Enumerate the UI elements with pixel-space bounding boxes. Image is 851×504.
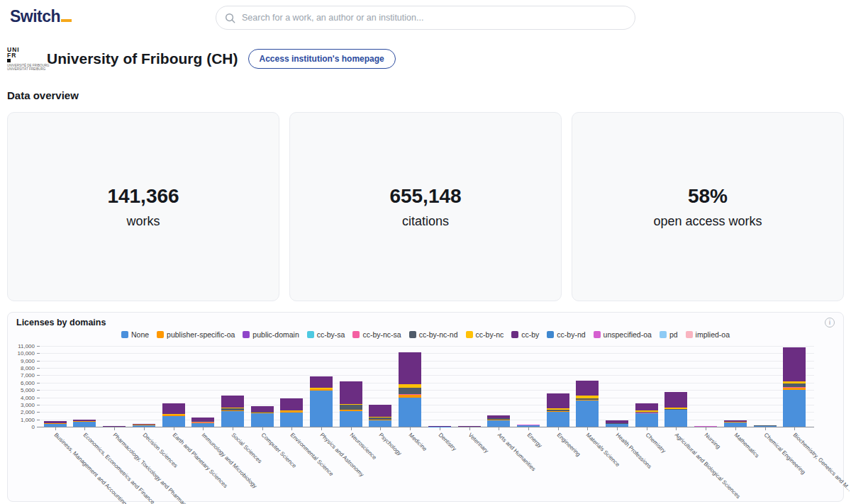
bar-segment-cc-by-nc[interactable] (399, 384, 421, 388)
bar-segment-cc-by-nc[interactable] (783, 381, 806, 383)
bar-segment-cc-by-nc-nd[interactable] (191, 421, 214, 422)
bar-segment-cc-by-nc-nd[interactable] (547, 410, 569, 411)
bar-segment-None[interactable] (783, 390, 806, 427)
bar-segment-unspecified-oa[interactable] (517, 425, 540, 425)
bar-segment-cc-by-nc[interactable] (576, 396, 599, 398)
bar-segment-cc-by-nc-nd[interactable] (664, 409, 687, 410)
legend-item-None[interactable]: None (121, 330, 149, 339)
bar-segment-None[interactable] (103, 426, 126, 427)
bar-segment-cc-by-nc[interactable] (162, 414, 185, 415)
bar-segment-None[interactable] (517, 425, 540, 427)
bar-segment-None[interactable] (251, 413, 274, 427)
bar-segment-None[interactable] (487, 420, 510, 427)
bar-segment-cc-by-nc-sa[interactable] (783, 387, 806, 388)
bar-segment-cc-by[interactable] (724, 420, 747, 422)
bar-segment-cc-by[interactable] (369, 405, 391, 417)
bar-segment-None[interactable] (694, 426, 717, 427)
info-icon[interactable]: i (825, 318, 835, 327)
bar-segment-cc-by-nc-nd[interactable] (754, 425, 777, 426)
bar-segment-cc-by-nc[interactable] (664, 408, 687, 409)
bar-segment-None[interactable] (754, 426, 777, 427)
bar-segment-publisher-specific-oa[interactable] (399, 395, 421, 397)
bar-segment-cc-by-nc[interactable] (221, 408, 244, 408)
bar-segment-cc-by[interactable] (310, 376, 333, 388)
bar-segment-cc-by-nc[interactable] (280, 410, 303, 411)
bar-segment-cc-by-nc[interactable] (340, 404, 362, 405)
bar-segment-cc-by[interactable] (73, 420, 96, 421)
bar-segment-cc-by-nc-nd[interactable] (576, 398, 599, 401)
legend-item-cc-by-nd[interactable]: cc-by-nd (547, 330, 585, 339)
legend-item-pd[interactable]: pd (660, 330, 678, 339)
legend-item-cc-by-sa[interactable]: cc-by-sa (307, 330, 345, 339)
bar-segment-cc-by[interactable] (103, 426, 126, 427)
bar-segment-cc-by-nc-nd[interactable] (606, 423, 628, 424)
bar-segment-cc-by[interactable] (487, 415, 510, 418)
bar-segment-None[interactable] (664, 410, 687, 427)
bar-segment-None[interactable] (369, 420, 391, 427)
bar-segment-cc-by[interactable] (340, 381, 362, 403)
bar-segment-None[interactable] (162, 416, 185, 427)
search-bar[interactable] (216, 6, 635, 30)
bar-segment-cc-by[interactable] (133, 424, 155, 425)
legend-item-public-domain[interactable]: public-domain (243, 330, 299, 339)
bar-segment-None[interactable] (606, 424, 628, 427)
bar-segment-unspecified-oa[interactable] (694, 426, 717, 427)
bar-segment-cc-by-nc-sa[interactable] (399, 394, 421, 395)
bar-segment-None[interactable] (399, 398, 421, 427)
bar-segment-cc-by[interactable] (547, 393, 569, 408)
bar-segment-None[interactable] (133, 425, 155, 427)
bar-segment-cc-by-nc-nd[interactable] (399, 388, 421, 395)
bar-segment-cc-by[interactable] (280, 398, 303, 410)
bar-segment-publisher-specific-oa[interactable] (221, 410, 244, 411)
bar-segment-publisher-specific-oa[interactable] (191, 422, 214, 423)
bar-segment-publisher-specific-oa[interactable] (576, 400, 599, 401)
bar-segment-cc-by-nc-sa[interactable] (191, 422, 214, 422)
bar-segment-None[interactable] (576, 401, 599, 427)
bar-segment-None[interactable] (44, 423, 67, 427)
legend-item-cc-by-nc[interactable]: cc-by-nc (466, 330, 504, 339)
bar-segment-publisher-specific-oa[interactable] (280, 411, 303, 413)
bar-segment-cc-by-nc[interactable] (369, 417, 391, 418)
bar-segment-publisher-specific-oa[interactable] (664, 409, 687, 410)
legend-item-publisher-specific-oa[interactable]: publisher-specific-oa (157, 330, 235, 339)
bar-segment-publisher-specific-oa[interactable] (783, 388, 806, 390)
bar-segment-cc-by[interactable] (191, 418, 214, 421)
bar-segment-None[interactable] (221, 411, 244, 427)
bar-segment-cc-by-nc-nd[interactable] (487, 418, 510, 420)
bar-segment-None[interactable] (280, 413, 303, 427)
bar-segment-cc-by-nc[interactable] (547, 408, 569, 410)
bar-segment-cc-by[interactable] (635, 403, 658, 410)
bar-segment-cc-by[interactable] (221, 396, 244, 408)
bar-segment-cc-by[interactable] (162, 403, 185, 414)
bar-segment-publisher-specific-oa[interactable] (310, 389, 333, 391)
bar-segment-cc-by[interactable] (576, 381, 599, 396)
bar-segment-cc-by[interactable] (517, 425, 540, 425)
bar-segment-publisher-specific-oa[interactable] (162, 415, 185, 417)
bar-segment-cc-by[interactable] (783, 347, 806, 382)
bar-segment-None[interactable] (458, 426, 481, 427)
bar-segment-cc-by-nc-nd[interactable] (221, 408, 244, 411)
legend-item-cc-by-nc-sa[interactable]: cc-by-nc-sa (352, 330, 401, 339)
bar-segment-cc-by-nc[interactable] (635, 410, 658, 412)
bar-segment-publisher-specific-oa[interactable] (369, 420, 391, 420)
bar-segment-publisher-specific-oa[interactable] (340, 410, 362, 411)
bar-segment-cc-by-nc-nd[interactable] (340, 405, 362, 410)
access-homepage-button[interactable]: Access institution's homepage (248, 49, 396, 69)
bar-segment-cc-by[interactable] (44, 421, 67, 422)
bar-segment-None[interactable] (547, 411, 569, 427)
legend-item-cc-by[interactable]: cc-by (511, 330, 539, 339)
bar-segment-publisher-specific-oa[interactable] (251, 413, 274, 413)
bar-segment-cc-by[interactable] (606, 420, 628, 423)
bar-segment-cc-by[interactable] (251, 406, 274, 412)
bar-segment-publisher-specific-oa[interactable] (487, 420, 510, 420)
app-logo[interactable]: Switch (10, 7, 72, 26)
bar-segment-cc-by-nc-nd[interactable] (635, 412, 658, 413)
bar-segment-publisher-specific-oa[interactable] (547, 411, 569, 412)
search-input[interactable] (242, 13, 626, 23)
bar-segment-cc-by-nc[interactable] (310, 388, 333, 389)
bar-segment-cc-by[interactable] (664, 392, 687, 407)
legend-item-implied-oa[interactable]: implied-oa (686, 330, 730, 339)
bar-segment-None[interactable] (73, 421, 96, 427)
bar-segment-None[interactable] (310, 391, 333, 427)
bar-segment-publisher-specific-oa[interactable] (724, 422, 747, 422)
